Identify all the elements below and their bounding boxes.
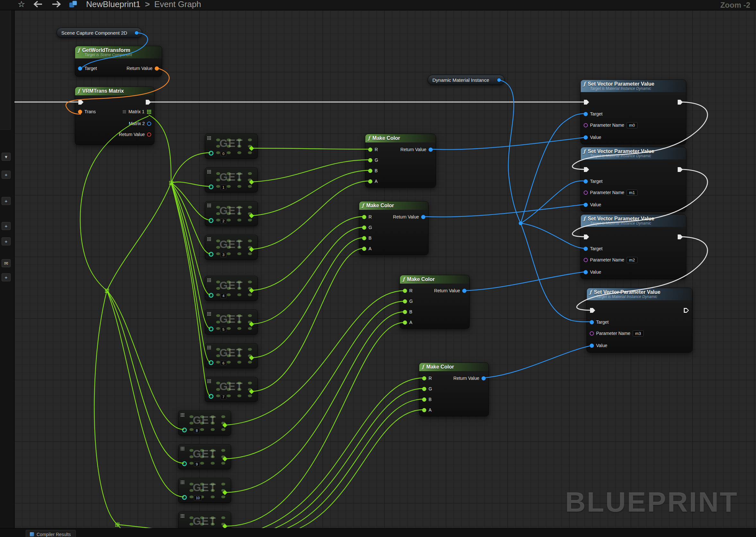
reroute-node[interactable]: [115, 522, 119, 527]
exec-input-pin[interactable]: [584, 167, 589, 172]
get-node-5[interactable]: GET 5: [205, 310, 258, 335]
node-get-world-transform[interactable]: GetWorldTransform Target is Scene Compon…: [75, 46, 162, 77]
return-value-output-pin[interactable]: [462, 289, 467, 293]
back-button[interactable]: [33, 1, 43, 8]
variable-node-scene-capture[interactable]: Scene Capture Component 2D: [57, 27, 142, 38]
r-input-pin[interactable]: [422, 376, 426, 381]
value-input-pin[interactable]: [590, 344, 594, 348]
array-input-pin[interactable]: [209, 252, 213, 257]
compiler-results-tab[interactable]: Compiler Results: [26, 530, 76, 537]
g-input-pin[interactable]: [403, 299, 407, 304]
exec-output-pin[interactable]: [684, 308, 689, 313]
array-input-pin[interactable]: [209, 327, 213, 331]
g-input-pin[interactable]: [362, 226, 366, 230]
node-make-color-3[interactable]: Make Color R G B A Return Value: [400, 275, 470, 329]
trans-input-pin[interactable]: [78, 110, 82, 114]
get-node-10[interactable]: GET 10: [178, 478, 231, 503]
target-input-pin[interactable]: [584, 112, 588, 116]
exec-input-pin[interactable]: [78, 100, 83, 104]
node-make-color-2[interactable]: Make Color R G B A Return Value: [359, 201, 428, 255]
exec-output-pin[interactable]: [678, 100, 683, 104]
g-input-pin[interactable]: [422, 387, 426, 391]
get-node-7[interactable]: GET 7: [205, 377, 258, 402]
add-button[interactable]: +: [2, 237, 11, 245]
parameter-name-input-pin[interactable]: [584, 123, 588, 127]
get-node-9[interactable]: GET 9: [178, 444, 231, 469]
parameter-name-field[interactable]: m3: [633, 330, 644, 337]
g-input-pin[interactable]: [368, 158, 373, 162]
target-input-pin[interactable]: [584, 179, 588, 184]
parameter-name-field[interactable]: m0: [627, 122, 638, 128]
get-node-2[interactable]: GET 2: [205, 201, 258, 226]
r-input-pin[interactable]: [403, 289, 407, 293]
target-input-pin[interactable]: [78, 66, 82, 70]
exec-input-pin[interactable]: [590, 308, 595, 313]
value-input-pin[interactable]: [584, 135, 588, 140]
array-input-pin[interactable]: [182, 495, 187, 500]
variable-node-dynamic-material[interactable]: Dynamic Material Instance: [427, 75, 505, 85]
return-value-output-pin[interactable]: [481, 376, 486, 381]
array-input-pin[interactable]: [209, 360, 213, 365]
favorite-star-icon[interactable]: ☆: [18, 0, 25, 8]
node-set-vector-param-1[interactable]: Set Vector Parameter Value Target is Mat…: [580, 147, 686, 212]
value-input-pin[interactable]: [584, 203, 588, 207]
array-input-pin[interactable]: [182, 428, 187, 433]
r-input-pin[interactable]: [362, 215, 366, 219]
breadcrumb-page[interactable]: Event Graph: [155, 0, 201, 9]
parameter-name-input-pin[interactable]: [584, 258, 588, 262]
node-make-color-4[interactable]: Make Color R G B A Return Value: [419, 362, 489, 416]
node-set-vector-param-3[interactable]: Set Vector Parameter Value Target is Mat…: [587, 288, 692, 352]
matrix1-array-output-pin[interactable]: [147, 109, 151, 114]
return-value-output-pin[interactable]: [155, 66, 159, 70]
b-input-pin[interactable]: [362, 236, 366, 240]
parameter-name-field[interactable]: m2: [627, 257, 638, 263]
add-button[interactable]: +: [2, 197, 11, 205]
exec-input-pin[interactable]: [584, 100, 589, 104]
return-value-output-pin[interactable]: [421, 215, 425, 219]
reroute-node[interactable]: [519, 221, 523, 225]
r-input-pin[interactable]: [368, 147, 373, 152]
get-node-0[interactable]: GET 0: [205, 134, 258, 159]
target-input-pin[interactable]: [590, 320, 594, 324]
return-value-output-pin[interactable]: [147, 133, 151, 137]
add-button[interactable]: +: [2, 222, 11, 230]
forward-button[interactable]: [51, 1, 61, 8]
get-node-1[interactable]: GET 1: [205, 167, 258, 192]
a-input-pin[interactable]: [362, 247, 366, 251]
matrix2-output-pin[interactable]: [147, 122, 151, 126]
array-input-pin[interactable]: [209, 293, 213, 298]
array-input-pin[interactable]: [182, 461, 187, 466]
node-make-color-1[interactable]: Make Color R G B A Return Value: [365, 134, 436, 188]
palette-dropdown-button[interactable]: ▾: [2, 153, 11, 161]
exec-input-pin[interactable]: [584, 234, 589, 239]
get-node-6[interactable]: GET 6: [205, 343, 258, 368]
exec-output-pin[interactable]: [678, 167, 683, 172]
b-input-pin[interactable]: [422, 397, 426, 402]
get-node-3[interactable]: GET 3: [205, 235, 258, 260]
array-input-pin[interactable]: [209, 394, 213, 399]
a-input-pin[interactable]: [403, 320, 407, 325]
node-set-vector-param-0[interactable]: Set Vector Parameter Value Target is Mat…: [580, 80, 686, 145]
array-input-pin[interactable]: [209, 185, 213, 189]
parameter-name-input-pin[interactable]: [584, 190, 588, 195]
array-input-pin[interactable]: [209, 218, 213, 223]
a-input-pin[interactable]: [368, 179, 373, 184]
event-dispatcher-icon[interactable]: ✉: [2, 259, 11, 267]
a-input-pin[interactable]: [422, 408, 426, 412]
get-node-4[interactable]: GET 4: [205, 276, 258, 301]
object-output-pin[interactable]: [497, 78, 501, 82]
node-vrmtrans-matrix[interactable]: VRMTrans Matrix Trans Matrix 1 Matrix 2 …: [75, 87, 155, 145]
reroute-node[interactable]: [105, 288, 109, 293]
add-button[interactable]: +: [2, 171, 11, 179]
exec-output-pin[interactable]: [678, 234, 683, 239]
breadcrumb-asset[interactable]: NewBlueprint1: [86, 0, 140, 9]
node-set-vector-param-2[interactable]: Set Vector Parameter Value Target is Mat…: [580, 214, 686, 279]
value-input-pin[interactable]: [584, 270, 588, 274]
reroute-node[interactable]: [169, 181, 173, 185]
object-output-pin[interactable]: [135, 31, 139, 35]
get-node-8[interactable]: GET 8: [178, 411, 231, 435]
return-value-output-pin[interactable]: [428, 147, 433, 152]
b-input-pin[interactable]: [403, 310, 407, 314]
target-input-pin[interactable]: [584, 247, 588, 251]
parameter-name-input-pin[interactable]: [590, 331, 594, 336]
